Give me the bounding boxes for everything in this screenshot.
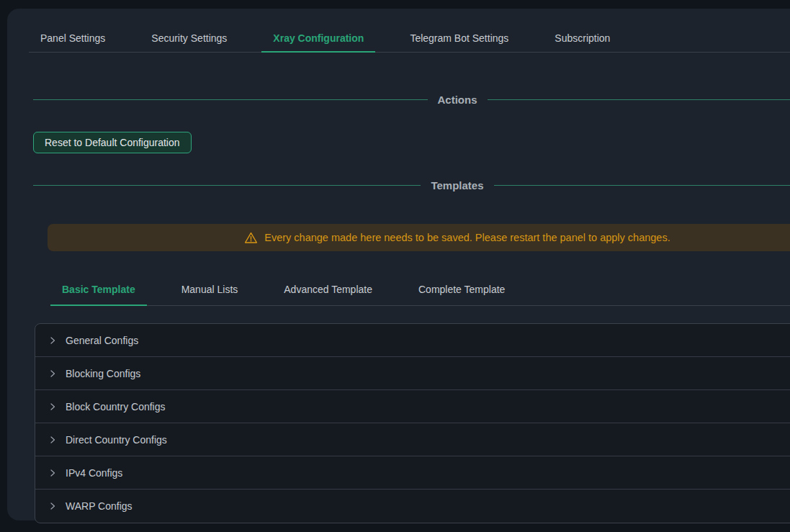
tab-panel-settings[interactable]: Panel Settings [29,29,117,52]
tab-complete-template[interactable]: Complete Template [407,275,516,305]
tab-telegram-bot-settings[interactable]: Telegram Bot Settings [398,29,520,52]
reset-to-default-button[interactable]: Reset to Default Configuration [33,132,192,153]
accordion-row-blocking-configs[interactable]: Blocking Configs [35,357,790,390]
settings-card: Panel Settings Security Settings Xray Co… [7,9,790,520]
tab-security-settings[interactable]: Security Settings [140,29,238,52]
accordion-row-label: WARP Configs [66,500,133,512]
chevron-right-icon [48,402,57,411]
divider-line [488,99,790,100]
warning-triangle-icon [244,231,258,245]
tab-basic-template[interactable]: Basic Template [50,275,147,305]
tab-subscription[interactable]: Subscription [543,29,621,52]
chevron-right-icon [48,369,57,378]
accordion-row-block-country-configs[interactable]: Block Country Configs [35,390,790,423]
divider-line [33,99,428,100]
chevron-right-icon [48,502,57,510]
divider-line [33,185,421,186]
chevron-right-icon [48,469,57,477]
main-tab-bar: Panel Settings Security Settings Xray Co… [29,29,790,53]
actions-divider: Actions [33,91,790,107]
accordion-row-label: Blocking Configs [66,368,140,379]
chevron-right-icon [48,436,57,444]
templates-section-title: Templates [421,179,493,191]
tab-advanced-template[interactable]: Advanced Template [272,275,384,305]
accordion-row-label: Block Country Configs [66,401,166,412]
restart-warning-alert: Every change made here needs to be saved… [48,224,790,251]
templates-divider: Templates [33,177,790,193]
accordion-row-direct-country-configs[interactable]: Direct Country Configs [35,423,790,456]
divider-line [494,185,790,186]
tab-xray-configuration[interactable]: Xray Configuration [261,29,375,52]
accordion-row-label: IPv4 Configs [66,467,122,479]
accordion-row-label: General Configs [66,335,138,346]
accordion-row-label: Direct Country Configs [66,434,167,446]
tab-manual-lists[interactable]: Manual Lists [170,275,250,305]
accordion-row-ipv4-configs[interactable]: IPv4 Configs [35,456,790,490]
template-tab-bar: Basic Template Manual Lists Advanced Tem… [50,275,790,306]
accordion-row-general-configs[interactable]: General Configs [35,324,790,357]
chevron-right-icon [48,336,57,345]
actions-section-title: Actions [428,94,488,106]
warning-text: Every change made here needs to be saved… [264,232,670,243]
accordion-row-warp-configs[interactable]: WARP Configs [35,490,790,523]
configs-accordion: General Configs Blocking Configs Block C… [35,323,790,523]
